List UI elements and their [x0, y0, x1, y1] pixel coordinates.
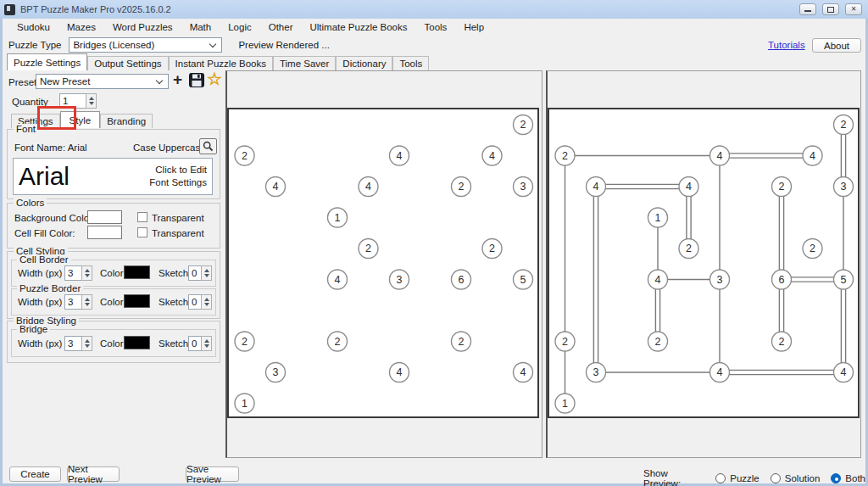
spinner-arrows[interactable] [201, 336, 212, 351]
svg-text:1: 1 [335, 212, 341, 224]
cell-styling-group: Cell Styling Cell Border Width (px) 3 Co… [7, 251, 220, 319]
puzzle-grid: 2244442312243652223441 [229, 109, 537, 416]
menu-tools[interactable]: Tools [416, 20, 456, 34]
radio-both-label: Both [845, 473, 865, 483]
favorite-star-icon[interactable]: ☆ [207, 69, 222, 89]
radio-solution[interactable] [771, 473, 781, 483]
bridge-color-swatch[interactable] [124, 336, 150, 349]
menu-math[interactable]: Math [181, 20, 220, 34]
svg-text:1: 1 [562, 398, 568, 410]
menu-logic[interactable]: Logic [220, 20, 260, 34]
puzzle-border-sketch-spinner[interactable]: 0 [188, 294, 212, 310]
create-button[interactable]: Create [9, 466, 61, 482]
radio-puzzle[interactable] [715, 473, 726, 483]
add-preset-icon[interactable]: + [173, 70, 182, 89]
background-transparent-checkbox[interactable] [137, 212, 147, 222]
spinner-arrows[interactable] [81, 265, 92, 281]
puzzle-type-value: Bridges (Licensed) [73, 40, 154, 50]
svg-text:3: 3 [520, 181, 526, 193]
svg-text:2: 2 [562, 336, 568, 348]
svg-text:2: 2 [242, 336, 248, 348]
tab-time-saver[interactable]: Time Saver [273, 56, 336, 70]
svg-text:6: 6 [459, 274, 465, 286]
svg-text:5: 5 [841, 274, 847, 286]
svg-text:2: 2 [365, 243, 371, 254]
preview-status-text: Preview Rendered ... [238, 40, 329, 50]
tab-branding[interactable]: Branding [100, 114, 153, 128]
cell-border-width-spinner[interactable]: 3 [64, 265, 92, 281]
tab-tools[interactable]: Tools [392, 56, 429, 70]
cell-fill-transparent-label: Transparent [152, 228, 204, 238]
bridge-width-spinner[interactable]: 3 [64, 336, 92, 351]
show-preview-options: Show Preview: Puzzle Solution Both [643, 468, 865, 486]
svg-text:3: 3 [717, 274, 723, 286]
save-preview-button[interactable]: Save Preview [186, 466, 239, 482]
tab-dictionary[interactable]: Dictionary [336, 56, 392, 70]
menu-mazes[interactable]: Mazes [58, 20, 104, 34]
puzzle-type-toolbar: Puzzle Type Bridges (Licensed) Preview R… [3, 36, 865, 53]
menu-sudoku[interactable]: Sudoku [8, 20, 58, 34]
spinner-arrows[interactable] [201, 294, 212, 310]
svg-text:4: 4 [489, 150, 495, 162]
svg-text:4: 4 [655, 274, 661, 286]
spinner-arrows[interactable] [81, 294, 92, 310]
svg-text:4: 4 [717, 150, 723, 162]
font-preview-box[interactable]: Arial Click to Edit Font Settings [13, 158, 213, 195]
spinner-arrows[interactable] [81, 336, 92, 351]
about-button[interactable]: About [812, 38, 861, 53]
tab-puzzle-settings[interactable]: Puzzle Settings [7, 53, 87, 70]
preset-select[interactable]: New Preset [36, 74, 169, 89]
cell-border-width-value: 3 [64, 265, 81, 281]
preset-value: New Preset [40, 76, 90, 87]
close-button[interactable]: ✕ [845, 3, 862, 15]
puzzle-border-group: Puzzle Border Width (px) 3 Color Sketch … [11, 288, 216, 316]
spinner-arrows[interactable] [201, 265, 212, 281]
puzzle-border-color-swatch[interactable] [124, 294, 150, 308]
minimize-button[interactable] [799, 3, 816, 15]
svg-text:3: 3 [397, 274, 403, 286]
cell-fill-color-swatch[interactable] [87, 226, 122, 239]
puzzle-border-sketch-value: 0 [188, 294, 201, 310]
svg-text:2: 2 [562, 150, 568, 162]
menu-help[interactable]: Help [455, 20, 492, 34]
sketch-label: Sketch [159, 338, 188, 349]
next-preview-button[interactable]: Next Preview [67, 466, 120, 482]
menu-ultimate-puzzle-books[interactable]: Ultimate Puzzle Books [301, 20, 415, 34]
font-edit-hint: Click to Edit Font Settings [146, 164, 207, 189]
svg-text:2: 2 [655, 336, 661, 348]
svg-text:2: 2 [841, 119, 847, 131]
svg-text:2: 2 [810, 243, 815, 254]
background-color-swatch[interactable] [87, 210, 122, 224]
chevron-down-icon [209, 40, 216, 47]
svg-text:3: 3 [273, 366, 279, 378]
tutorials-link[interactable]: Tutorials [768, 40, 805, 50]
font-search-button[interactable] [199, 138, 217, 154]
bridge-sketch-spinner[interactable]: 0 [188, 336, 212, 351]
svg-text:4: 4 [717, 366, 723, 378]
cell-fill-color-label: Cell Fill Color: [14, 228, 75, 238]
puzzle-border-width-spinner[interactable]: 3 [64, 294, 92, 310]
save-preset-icon[interactable] [189, 73, 204, 87]
radio-both[interactable] [831, 473, 841, 483]
font-group-title: Font [14, 124, 38, 134]
svg-text:4: 4 [365, 181, 371, 193]
cell-border-sketch-spinner[interactable]: 0 [188, 265, 212, 281]
title-bar: BPT Puzzle Maker Pro v2025.16.0.2 ✕ [0, 0, 868, 19]
magnifier-icon [203, 141, 214, 152]
solution-preview-panel: 2244442312243652223441 [546, 70, 861, 458]
cell-border-color-swatch[interactable] [124, 265, 150, 279]
cell-border-sketch-value: 0 [188, 265, 201, 281]
menu-word-puzzles[interactable]: Word Puzzles [104, 20, 181, 34]
puzzle-border-width-value: 3 [64, 294, 81, 310]
background-color-label: Background Color: [14, 213, 95, 223]
svg-text:2: 2 [459, 336, 465, 348]
maximize-button[interactable] [822, 3, 839, 15]
font-sample-text: Arial [19, 162, 70, 191]
puzzle-type-select[interactable]: Bridges (Licensed) [69, 37, 222, 53]
svg-text:4: 4 [593, 181, 599, 193]
main-tab-strip: Puzzle Settings Output Settings Instant … [3, 53, 865, 70]
cell-fill-transparent-checkbox[interactable] [137, 227, 147, 237]
tab-output-settings[interactable]: Output Settings [87, 56, 168, 70]
menu-other[interactable]: Other [260, 20, 302, 34]
spinner-arrows[interactable] [86, 93, 97, 109]
